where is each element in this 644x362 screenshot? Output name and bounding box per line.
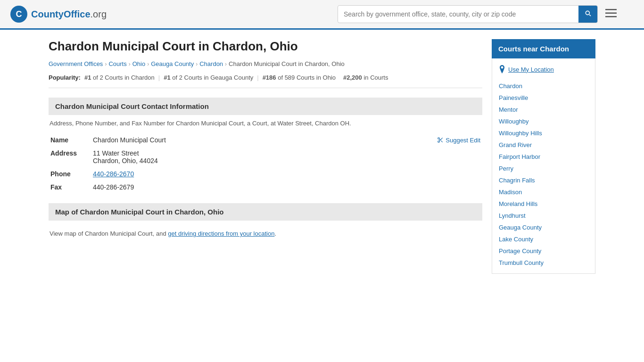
popularity-rank-2: #186 (263, 74, 276, 81)
breadcrumb-link-chardon[interactable]: Chardon (199, 60, 223, 67)
contact-description: Address, Phone Number, and Fax Number fo… (49, 120, 482, 127)
table-row: Fax 440-286-2679 (49, 181, 482, 194)
search-button[interactable] (578, 6, 597, 23)
logo-text: CountyOffice.org (31, 9, 107, 20)
logo-icon: C (9, 5, 28, 24)
sidebar-link-chagrin-falls[interactable]: Chagrin Falls (499, 174, 588, 186)
search-area (338, 5, 620, 23)
map-description-start: View map of Chardon Municipal Court, and (50, 230, 168, 237)
svg-rect-3 (605, 13, 617, 14)
sidebar-link-willoughby-hills[interactable]: Willoughby Hills (499, 127, 588, 139)
breadcrumb-link-ohio[interactable]: Ohio (132, 60, 145, 67)
contact-section-header: Chardon Municipal Court Contact Informat… (49, 98, 482, 115)
content-area: Chardon Municipal Court in Chardon, Ohio… (49, 39, 482, 274)
search-input[interactable] (338, 7, 578, 22)
popularity-item-1: #1 of 2 Courts in Geauga County (164, 74, 253, 81)
suggest-edit-label: Suggest Edit (446, 137, 480, 144)
breadcrumb-sep: › (105, 61, 107, 67)
fax-label: Fax (49, 181, 91, 194)
sidebar-link-willoughby[interactable]: Willoughby (499, 115, 588, 127)
sidebar-link-geauga-county[interactable]: Geauga County (499, 222, 588, 233)
sidebar-link-painesville[interactable]: Painesville (499, 92, 588, 104)
map-description: View map of Chardon Municipal Court, and… (49, 225, 482, 242)
driving-directions-link[interactable]: get driving directions from your locatio… (168, 230, 274, 237)
sidebar-link-lyndhurst[interactable]: Lyndhurst (499, 210, 588, 222)
svg-rect-2 (605, 9, 617, 10)
sidebar-link-lake-county[interactable]: Lake County (499, 233, 588, 245)
sidebar-link-grand-river[interactable]: Grand River (499, 139, 588, 151)
sidebar-link-mentor[interactable]: Mentor (499, 104, 588, 115)
hamburger-icon (605, 9, 617, 17)
breadcrumb-current: Chardon Municipal Court in Chardon, Ohio (229, 60, 345, 67)
court-name-value: Chardon Municipal Court (93, 136, 166, 144)
popularity-item-2: #186 of 589 Courts in Ohio (263, 74, 336, 81)
contact-table: Name Chardon Municipal Court (49, 133, 482, 194)
menu-button[interactable] (602, 6, 620, 22)
breadcrumb-link-govt[interactable]: Government Offices (49, 60, 103, 67)
table-row: Address 11 Water Street Chardon, Ohio, 4… (49, 147, 482, 167)
use-my-location-label: Use My Location (508, 66, 554, 73)
svg-line-9 (439, 139, 440, 140)
map-section-header: Map of Chardon Municipal Court in Chardo… (49, 203, 482, 221)
address-label: Address (49, 147, 91, 167)
table-row: Name Chardon Municipal Court (49, 133, 482, 147)
sidebar-link-chardon[interactable]: Chardon (499, 80, 588, 92)
address-line2: Chardon, Ohio, 44024 (93, 157, 480, 165)
svg-line-8 (441, 140, 443, 142)
sidebar-header: Courts near Chardon (492, 39, 595, 58)
map-description-end: . (274, 230, 276, 237)
page-title: Chardon Municipal Court in Chardon, Ohio (49, 39, 482, 54)
sidebar: Courts near Chardon Use My Location Char… (492, 39, 595, 274)
breadcrumb-sep: › (196, 61, 198, 67)
name-row: Chardon Municipal Court Suggest Edit (93, 136, 480, 144)
name-value-cell: Chardon Municipal Court Suggest Edit (91, 133, 482, 147)
popularity-rank-0: #1 (84, 74, 91, 81)
breadcrumb: Government Offices › Courts › Ohio › Gea… (49, 60, 482, 67)
main-wrapper: Chardon Municipal Court in Chardon, Ohio… (39, 30, 605, 283)
address-value-cell: 11 Water Street Chardon, Ohio, 44024 (91, 147, 482, 167)
breadcrumb-sep: › (225, 61, 227, 67)
breadcrumb-sep: › (129, 61, 131, 67)
svg-text:C: C (16, 9, 22, 19)
popularity-item-0: #1 of 2 Courts in Chardon (84, 74, 155, 81)
sidebar-link-fairport-harbor[interactable]: Fairport Harbor (499, 151, 588, 163)
popularity-item-3: #2,200 in Courts (343, 74, 388, 81)
site-header: C CountyOffice.org (0, 0, 644, 30)
fax-value: 440-286-2679 (91, 181, 482, 194)
sidebar-links: ChardonPainesvilleMentorWilloughbyWillou… (499, 80, 588, 269)
sidebar-link-trumbull-county[interactable]: Trumbull County (499, 257, 588, 269)
search-input-wrap (338, 5, 598, 23)
logo-area: C CountyOffice.org (9, 5, 107, 24)
name-label: Name (49, 133, 91, 147)
use-my-location-button[interactable]: Use My Location (499, 63, 588, 75)
address-line1: 11 Water Street (93, 149, 480, 157)
location-pin-icon (499, 65, 505, 74)
scissors-icon (437, 137, 444, 143)
svg-point-5 (438, 138, 440, 140)
popularity-label: Popularity: (49, 74, 81, 81)
phone-link[interactable]: 440-286-2670 (93, 170, 134, 178)
breadcrumb-link-courts[interactable]: Courts (108, 60, 126, 67)
breadcrumb-sep: › (147, 61, 149, 67)
phone-label: Phone (49, 167, 91, 181)
suggest-edit-button[interactable]: Suggest Edit (437, 137, 480, 144)
popularity-rank-1: #1 (164, 74, 170, 81)
svg-rect-4 (605, 16, 617, 17)
table-row: Phone 440-286-2670 (49, 167, 482, 181)
sidebar-link-moreland-hills[interactable]: Moreland Hills (499, 198, 588, 210)
search-icon (584, 9, 592, 17)
contact-section: Chardon Municipal Court Contact Informat… (49, 98, 482, 194)
popularity-rank-3: #2,200 (343, 74, 362, 81)
svg-point-6 (438, 141, 440, 143)
sidebar-link-madison[interactable]: Madison (499, 186, 588, 198)
sidebar-link-perry[interactable]: Perry (499, 163, 588, 174)
sidebar-link-portage-county[interactable]: Portage County (499, 245, 588, 257)
popularity-bar: Popularity: #1 of 2 Courts in Chardon | … (49, 74, 482, 88)
phone-value-cell: 440-286-2670 (91, 167, 482, 181)
sidebar-content: Use My Location ChardonPainesvilleMentor… (492, 58, 595, 274)
breadcrumb-link-geauga[interactable]: Geauga County (151, 60, 194, 67)
map-section: Map of Chardon Municipal Court in Chardo… (49, 203, 482, 242)
